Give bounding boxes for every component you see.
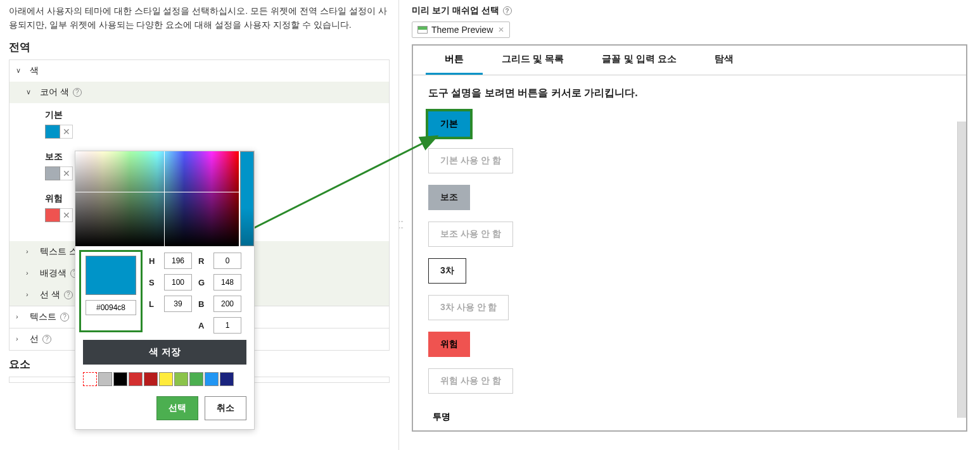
- palette-slot[interactable]: [220, 372, 234, 386]
- picker-preview-highlight: [79, 250, 143, 332]
- tab-fonts-inputs[interactable]: 글꼴 및 입력 요소: [583, 46, 696, 75]
- h-label: H: [149, 256, 159, 266]
- palette-slot[interactable]: [159, 372, 173, 386]
- sample-primary-disabled-button: 기본 사용 안 함: [428, 148, 513, 173]
- palette-slot[interactable]: [129, 372, 143, 386]
- chevron-right-icon: ›: [26, 247, 35, 256]
- help-icon[interactable]: ?: [64, 291, 73, 299]
- r-input[interactable]: [213, 253, 241, 269]
- saved-palette: [75, 368, 254, 390]
- chip-label: Theme Preview: [431, 25, 493, 35]
- hex-input[interactable]: [86, 300, 136, 315]
- primary-swatch[interactable]: [45, 125, 60, 139]
- acc-bg-label: 배경색: [40, 268, 67, 279]
- s-label: S: [149, 278, 159, 287]
- chevron-down-icon: ∨: [26, 88, 35, 97]
- sample-danger-disabled-button: 위험 사용 안 함: [428, 368, 513, 394]
- global-section-title: 전역: [9, 40, 390, 54]
- preview-tabs: 버튼 그리드 및 목록 글꼴 및 입력 요소 탐색: [413, 46, 966, 75]
- saturation-value-area[interactable]: [75, 151, 239, 246]
- clear-secondary-button[interactable]: ✕: [60, 166, 73, 180]
- g-input[interactable]: [213, 274, 241, 291]
- palette-slot[interactable]: [205, 372, 219, 386]
- close-icon[interactable]: ✕: [498, 25, 504, 34]
- clear-primary-button[interactable]: ✕: [60, 125, 73, 139]
- primary-color-label: 기본: [45, 109, 372, 121]
- sample-transparent-button[interactable]: 투명: [428, 405, 466, 429]
- b-label: B: [198, 299, 208, 309]
- danger-swatch[interactable]: [45, 208, 60, 222]
- preview-header-label: 미리 보기 매쉬업 선택: [412, 5, 499, 16]
- sample-danger-button[interactable]: 위험: [428, 332, 470, 357]
- acc-text-label: 텍스트: [30, 311, 56, 323]
- select-button[interactable]: 선택: [156, 396, 198, 420]
- chevron-down-icon: ∨: [16, 66, 25, 75]
- hsl-rgb-inputs: H R S G L B A: [146, 246, 248, 336]
- palette-slot-empty[interactable]: [83, 372, 97, 386]
- preview-hint: 도구 설명을 보려면 버튼을 커서로 가리킵니다.: [428, 87, 951, 100]
- acc-color[interactable]: ∨ 색: [10, 60, 389, 82]
- secondary-swatch[interactable]: [45, 166, 60, 180]
- r-label: R: [198, 256, 208, 266]
- sample-primary-button[interactable]: 기본: [428, 111, 470, 137]
- clear-danger-button[interactable]: ✕: [60, 208, 73, 222]
- a-label: A: [198, 321, 208, 330]
- save-color-button[interactable]: 색 저장: [83, 340, 246, 365]
- chevron-right-icon: ›: [26, 269, 35, 278]
- picker-preview-swatch: [86, 256, 136, 295]
- theme-icon: [417, 26, 428, 34]
- help-icon[interactable]: ?: [73, 88, 82, 97]
- chevron-right-icon: ›: [26, 291, 35, 299]
- palette-slot[interactable]: [189, 372, 203, 386]
- l-input[interactable]: [164, 296, 192, 312]
- acc-color-label: 색: [30, 65, 39, 77]
- acc-line-color-label: 선 색: [40, 289, 60, 301]
- preview-content: 도구 설명을 보려면 버튼을 커서로 가리킵니다. 기본 기본 사용 안 함 보…: [413, 75, 966, 430]
- cancel-button[interactable]: 취소: [205, 396, 246, 420]
- acc-line-label: 선: [30, 334, 39, 345]
- tab-buttons[interactable]: 버튼: [426, 46, 483, 75]
- sample-secondary-disabled-button: 보조 사용 안 함: [428, 222, 513, 247]
- palette-slot[interactable]: [174, 372, 188, 386]
- right-panel: 미리 보기 매쉬업 선택 ? Theme Preview ✕ 버튼 그리드 및 …: [399, 0, 980, 450]
- acc-core-color[interactable]: ∨ 코어 색 ?: [10, 82, 389, 103]
- b-input[interactable]: [213, 296, 241, 312]
- color-picker: H R S G L B A 색 저장 선택 취소: [75, 151, 255, 430]
- help-icon[interactable]: ?: [42, 335, 51, 344]
- help-icon[interactable]: ?: [503, 6, 512, 15]
- palette-slot[interactable]: [98, 372, 112, 386]
- intro-text: 아래에서 사용자의 테마에 대한 스타일 설정을 선택하십시오. 모든 위젯에 …: [9, 4, 390, 32]
- h-input[interactable]: [164, 253, 192, 269]
- tab-navigation[interactable]: 탐색: [696, 46, 753, 75]
- chevron-right-icon: ›: [16, 335, 25, 344]
- scrollbar[interactable]: [957, 122, 966, 418]
- sample-tertiary-button[interactable]: 3차: [428, 258, 466, 284]
- tab-grid-list[interactable]: 그리드 및 목록: [483, 46, 583, 75]
- s-input[interactable]: [164, 274, 192, 291]
- acc-core-label: 코어 색: [40, 87, 69, 98]
- g-label: G: [198, 278, 208, 287]
- palette-slot[interactable]: [144, 372, 158, 386]
- palette-slot[interactable]: [113, 372, 127, 386]
- hue-slider[interactable]: [240, 151, 254, 246]
- a-input[interactable]: [213, 317, 241, 334]
- preview-frame: 버튼 그리드 및 목록 글꼴 및 입력 요소 탐색 도구 설명을 보려면 버튼을…: [412, 44, 967, 432]
- acc-text-style-label: 텍스트 스: [40, 246, 78, 258]
- sample-secondary-button[interactable]: 보조: [428, 185, 470, 210]
- l-label: L: [149, 299, 159, 309]
- mashup-chip[interactable]: Theme Preview ✕: [412, 22, 510, 38]
- chevron-right-icon: ›: [16, 313, 25, 322]
- help-icon[interactable]: ?: [60, 313, 69, 322]
- sample-tertiary-disabled-button: 3차 사용 안 함: [428, 295, 509, 320]
